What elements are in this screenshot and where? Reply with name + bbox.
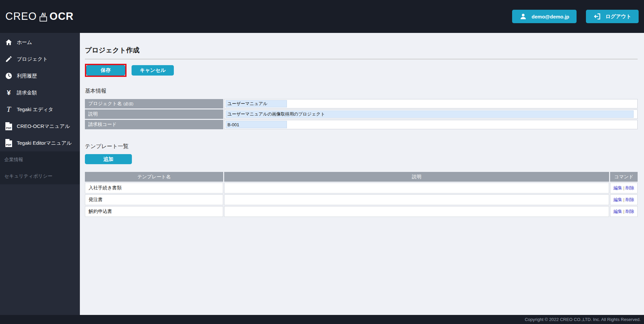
form-action-buttons: 保存 キャンセル	[85, 64, 638, 77]
delete-link[interactable]: 削除	[626, 197, 634, 202]
billing-branch-code-input[interactable]	[226, 121, 287, 128]
table-row: プロジェクト名(必須)	[85, 99, 638, 108]
column-header-template-name: テンプレート名	[85, 172, 223, 182]
template-name-cell: 入社手続き書類	[85, 183, 223, 193]
sidebar-item-billing[interactable]: ¥ 請求金額	[0, 84, 80, 101]
page-title: プロジェクト作成	[85, 46, 638, 55]
tegaki-icon: T	[4, 105, 13, 114]
template-description-cell	[224, 206, 609, 217]
sidebar-item-tegaki-editor-manual[interactable]: PDF Tegaki Editorマニュアル	[0, 135, 80, 151]
yen-icon: ¥	[4, 88, 13, 97]
pdf-icon: PDF	[4, 139, 13, 147]
command-separator: |	[623, 209, 624, 214]
sidebar-item-security-policy[interactable]: セキュリティポリシー	[0, 168, 80, 184]
user-account-button[interactable]: demo@demo.jp	[512, 10, 577, 23]
clock-icon	[4, 72, 13, 80]
required-note: (必須)	[123, 102, 133, 106]
main-content: プロジェクト作成 保存 キャンセル 基本情報 プロジェクト名(必須) 説明	[80, 33, 644, 315]
save-button-highlight-box: 保存	[85, 64, 127, 77]
sidebar-item-label: Tegaki エディタ	[17, 106, 53, 113]
template-description-cell	[224, 183, 609, 193]
copyright-text: Copyright © 2022 CREO CO.,LTD. Inc. All …	[525, 317, 641, 322]
sidebar-item-usage-history[interactable]: 利用履歴	[0, 67, 80, 84]
sidebar-secondary-section: 企業情報 セキュリティポリシー	[0, 151, 80, 184]
basic-info-table: プロジェクト名(必須) 説明 請求枝コード	[84, 98, 639, 130]
description-input[interactable]	[226, 110, 634, 118]
sidebar-item-label: 利用履歴	[17, 73, 37, 79]
template-table-header-row: テンプレート名 説明 コマンド	[85, 172, 638, 182]
logout-icon	[593, 13, 601, 20]
logo-text-ocr: OCR	[50, 10, 74, 22]
basic-info-heading: 基本情報	[85, 88, 638, 95]
logout-button[interactable]: ログアウト	[586, 10, 639, 23]
template-name-cell: 解約申込書	[85, 206, 223, 217]
delete-link[interactable]: 削除	[626, 185, 634, 190]
sidebar-item-tegaki-editor[interactable]: T Tegaki エディタ	[0, 101, 80, 118]
edit-link[interactable]: 編集	[613, 209, 622, 214]
sidebar-item-home[interactable]: ホーム	[0, 34, 80, 51]
field-label-description: 説明	[85, 109, 223, 119]
column-header-command: コマンド	[610, 172, 638, 182]
header-actions: demo@demo.jp ログアウト	[512, 10, 639, 23]
title-divider	[85, 59, 638, 59]
table-row: 請求枝コード	[85, 120, 638, 129]
sidebar-item-label: 請求金額	[17, 90, 37, 96]
pencil-icon	[4, 55, 13, 63]
user-icon	[519, 13, 527, 20]
template-list-heading: テンプレート一覧	[85, 143, 638, 150]
pdf-icon: PDF	[4, 122, 13, 131]
edit-link[interactable]: 編集	[613, 197, 622, 202]
sidebar-item-label: プロジェクト	[17, 56, 48, 62]
app-header: CREO AI OCR demo@demo.jp ログアウト	[0, 0, 644, 33]
column-header-description: 説明	[224, 172, 609, 182]
command-separator: |	[623, 197, 624, 202]
add-template-button[interactable]: 追加	[85, 154, 132, 164]
edit-link[interactable]: 編集	[613, 185, 622, 190]
home-icon	[4, 38, 13, 47]
sidebar: ホーム プロジェクト 利用履歴 ¥ 請求金額 T Tegaki エディタ PDF	[0, 33, 80, 315]
template-table: テンプレート名 説明 コマンド 入社手続き書類 編集|削除 発注書 編集|削除 …	[84, 171, 639, 218]
sidebar-item-creo-ocr-manual[interactable]: PDF CREO-OCRマニュアル	[0, 118, 80, 135]
table-row: 入社手続き書類 編集|削除	[85, 183, 638, 193]
footer: Copyright © 2022 CREO CO.,LTD. Inc. All …	[0, 315, 644, 324]
template-name-cell: 発注書	[85, 194, 223, 205]
user-email: demo@demo.jp	[532, 14, 569, 19]
sidebar-item-label: セキュリティポリシー	[4, 173, 52, 179]
table-row: 発注書 編集|削除	[85, 194, 638, 205]
creo-ai-mark-icon: AI	[38, 11, 49, 22]
sidebar-item-label: Tegaki Editorマニュアル	[17, 140, 71, 146]
save-button[interactable]: 保存	[86, 65, 125, 76]
template-description-cell	[224, 194, 609, 205]
sidebar-item-project[interactable]: プロジェクト	[0, 51, 80, 67]
app-logo: CREO AI OCR	[5, 10, 73, 22]
sidebar-item-label: 企業情報	[4, 157, 23, 163]
sidebar-item-company-info[interactable]: 企業情報	[0, 151, 80, 168]
command-separator: |	[623, 185, 624, 190]
table-row: 説明	[85, 109, 638, 119]
field-label-project-name: プロジェクト名(必須)	[85, 99, 223, 108]
cancel-button[interactable]: キャンセル	[132, 65, 174, 76]
table-row: 解約申込書 編集|削除	[85, 206, 638, 217]
project-name-input[interactable]	[226, 100, 287, 107]
field-label-billing-branch-code: 請求枝コード	[85, 120, 223, 129]
sidebar-item-label: CREO-OCRマニュアル	[17, 123, 70, 130]
sidebar-item-label: ホーム	[17, 39, 32, 46]
logo-text-creo: CREO	[5, 10, 37, 22]
delete-link[interactable]: 削除	[626, 209, 634, 214]
